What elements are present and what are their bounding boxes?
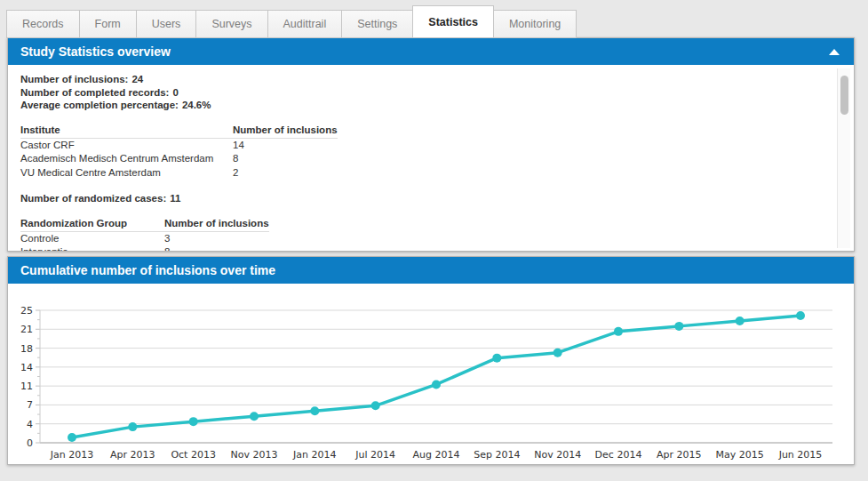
completed-records-stat: Number of completed records:0 <box>20 86 832 100</box>
data-point-marker[interactable] <box>68 433 76 442</box>
x-axis-tick-label: Apr 2015 <box>657 449 702 461</box>
y-axis-tick-label: 25 <box>20 305 33 317</box>
completion-percentage-value: 24.6% <box>182 100 211 110</box>
randomization-table-header-row: Randomization Group Number of inclusions <box>20 217 269 232</box>
tab-settings[interactable]: Settings <box>341 10 413 38</box>
data-point-marker[interactable] <box>432 380 441 389</box>
y-axis-tick-label: 21 <box>20 324 33 335</box>
x-axis-tick-label: Nov 2013 <box>231 449 278 461</box>
chart-area: 0471114182125Jan 2013Apr 2013Oct 2013Nov… <box>8 284 854 465</box>
institute-table: Institute Number of inclusions Castor CR… <box>20 124 338 180</box>
data-point-marker[interactable] <box>614 327 623 336</box>
cumulative-inclusions-line <box>72 316 800 437</box>
x-axis-tick-label: May 2015 <box>716 449 764 461</box>
tab-statistics[interactable]: Statistics <box>412 5 494 38</box>
data-point-marker[interactable] <box>553 349 562 357</box>
randomized-cases-value: 11 <box>170 193 180 204</box>
institute-column-header: Institute <box>20 124 233 139</box>
randomization-inclusions-column-header: Number of inclusions <box>164 217 269 232</box>
tab-form[interactable]: Form <box>79 10 137 38</box>
y-axis-tick-label: 11 <box>20 381 33 392</box>
data-point-marker[interactable] <box>492 354 501 363</box>
tab-audittrail[interactable]: Audittrail <box>267 10 343 38</box>
inclusions-value: 24 <box>131 74 143 84</box>
randomization-table: Randomization Group Number of inclusions… <box>20 217 269 252</box>
table-row: VU Medical Centre Amsterdam 2 <box>20 166 338 180</box>
institute-inclusions-column-header: Number of inclusions <box>233 124 338 139</box>
data-point-marker[interactable] <box>189 417 198 426</box>
completed-records-value: 0 <box>172 87 178 98</box>
cumulative-inclusions-panel: Cumulative number of inclusions over tim… <box>7 256 855 465</box>
study-statistics-title: Study Statistics overview <box>20 44 171 59</box>
study-statistics-panel: Study Statistics overview Number of incl… <box>7 37 855 252</box>
randomized-cases-stat: Number of randomized cases:11 <box>20 192 832 205</box>
study-statistics-header[interactable]: Study Statistics overview <box>8 38 854 65</box>
table-row: Castor CRF 14 <box>20 138 338 152</box>
y-axis-tick-label: 7 <box>27 399 33 411</box>
scrollbar-thumb[interactable] <box>840 76 848 115</box>
x-axis-tick-label: Sep 2014 <box>474 449 520 461</box>
x-axis-tick-label: Jan 2014 <box>292 449 336 461</box>
data-point-marker[interactable] <box>371 401 380 410</box>
y-axis-tick-label: 0 <box>27 437 33 449</box>
inclusions-stat: Number of inclusions:24 <box>20 73 832 86</box>
data-point-marker[interactable] <box>250 412 259 421</box>
data-point-marker[interactable] <box>796 311 805 320</box>
x-axis-tick-label: Nov 2014 <box>534 449 581 461</box>
table-row: Academisch Medisch Centrum Amsterdam 8 <box>20 152 338 166</box>
tab-surveys[interactable]: Surveys <box>195 10 267 38</box>
completion-percentage-stat: Average completion percentage:24.6% <box>20 99 832 112</box>
x-axis-tick-label: Jun 2015 <box>778 449 823 461</box>
tab-bar: Records Form Users Surveys Audittrail Se… <box>7 5 577 38</box>
institute-table-header-row: Institute Number of inclusions <box>20 124 338 139</box>
study-statistics-body: Number of inclusions:24 Number of comple… <box>8 65 854 251</box>
collapse-panel-icon[interactable] <box>829 49 840 55</box>
tab-monitoring[interactable]: Monitoring <box>493 10 577 38</box>
x-axis-tick-label: Aug 2014 <box>413 449 460 461</box>
y-axis-tick-label: 14 <box>20 362 33 373</box>
x-axis-tick-label: Jul 2014 <box>354 449 395 461</box>
data-point-marker[interactable] <box>310 406 319 415</box>
chart-panel-title: Cumulative number of inclusions over tim… <box>20 263 275 277</box>
tab-users[interactable]: Users <box>136 10 197 38</box>
x-axis-tick-label: Dec 2014 <box>595 449 642 461</box>
y-axis-tick-label: 18 <box>20 343 33 355</box>
randomization-group-column-header: Randomization Group <box>20 217 164 232</box>
y-axis-tick-label: 4 <box>27 419 33 430</box>
x-axis-tick-label: Apr 2013 <box>110 449 155 461</box>
inclusions-line-chart: 0471114182125Jan 2013Apr 2013Oct 2013Nov… <box>8 284 854 465</box>
table-row: Controle 3 <box>20 231 269 245</box>
tab-records[interactable]: Records <box>6 10 80 38</box>
data-point-marker[interactable] <box>736 317 745 325</box>
chart-panel-header[interactable]: Cumulative number of inclusions over tim… <box>8 257 854 284</box>
x-axis-tick-label: Oct 2013 <box>171 449 216 461</box>
data-point-marker[interactable] <box>674 322 683 331</box>
x-axis-tick-label: Jan 2013 <box>50 449 93 461</box>
vertical-scrollbar[interactable] <box>837 68 850 248</box>
data-point-marker[interactable] <box>128 422 137 431</box>
table-row: Interventie 8 <box>20 245 269 251</box>
